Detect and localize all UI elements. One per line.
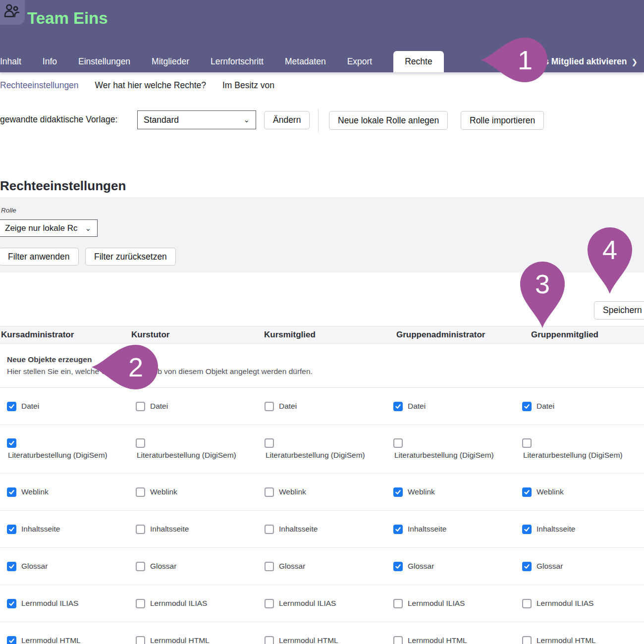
tab-info[interactable]: Info [43, 51, 57, 72]
checkbox-literaturbestellung-digisem-kursmitglied[interactable] [265, 438, 274, 448]
subtab-wer-hat-hier-welche-rechte[interactable]: Wer hat hier welche Rechte? [95, 80, 206, 91]
role-filter-select[interactable]: Zeige nur lokale Rc ⌄ [0, 219, 98, 237]
page-title: Team Eins [27, 9, 108, 28]
didactic-template-label: gewandte didaktische Vorlage: [0, 114, 117, 125]
checkbox-datei-kurstutor[interactable] [136, 402, 145, 411]
checkbox-weblink-kursadministrator[interactable] [7, 487, 16, 497]
callout-2: 2 [91, 343, 160, 391]
row-label: Datei [279, 402, 297, 411]
table-row-lernmodul-ilias: Lernmodul ILIASLernmodul ILIASLernmodul … [0, 585, 644, 622]
column-header-kursadministrator: Kursadministrator [1, 326, 74, 343]
callout-1: 1 [480, 36, 549, 84]
tab-inhalt[interactable]: Inhalt [0, 51, 21, 72]
checkbox-datei-kursadministrator[interactable] [7, 402, 16, 411]
checkbox-lernmodul-ilias-kursmitglied[interactable] [265, 599, 274, 608]
subtab-rechteeinstellungen[interactable]: Rechteeinstellungen [0, 80, 79, 91]
row-label: Literaturbestellung (DigiSem) [266, 451, 365, 460]
cell-datei-gruppenmitglied: Datei [515, 388, 644, 425]
checkbox-lernmodul-html-kurstutor[interactable] [136, 636, 145, 644]
role-filter-label: Rolle [1, 207, 16, 214]
checkbox-inhaltsseite-gruppenadministrator[interactable] [393, 525, 403, 534]
subtab-bar: RechteeinstellungenWer hat hier welche R… [0, 72, 274, 98]
row-label: Lernmodul HTML [21, 636, 81, 644]
row-label: Lernmodul ILIAS [21, 599, 78, 608]
didactic-template-select[interactable]: Standard ⌄ [137, 110, 256, 129]
cell-lernmodul-ilias-gruppenadministrator: Lernmodul ILIAS [386, 585, 515, 622]
cell-lernmodul-html-kursadministrator: Lernmodul HTML [0, 622, 129, 644]
checkbox-glossar-gruppenadministrator[interactable] [393, 562, 403, 571]
checkbox-glossar-kursadministrator[interactable] [7, 562, 16, 571]
subtab-im-besitz-von[interactable]: Im Besitz von [222, 80, 274, 91]
column-header-kurstutor: Kurstutor [131, 326, 169, 343]
row-label: Literaturbestellung (DigiSem) [523, 451, 623, 460]
tab-rechte[interactable]: Rechte [393, 51, 443, 72]
chevron-right-icon: ❯ [631, 57, 638, 66]
cell-inhaltsseite-gruppenmitglied: Inhaltsseite [515, 511, 644, 547]
cell-lernmodul-ilias-gruppenmitglied: Lernmodul ILIAS [515, 585, 644, 622]
tab-metadaten[interactable]: Metadaten [285, 51, 326, 72]
rights-settings-heading: Rechteeinstellungen [0, 178, 126, 194]
checkbox-lernmodul-html-gruppenadministrator[interactable] [393, 636, 403, 644]
checkbox-literaturbestellung-digisem-kursadministrator[interactable] [7, 438, 16, 448]
callout-number: 1 [510, 47, 540, 73]
checkbox-glossar-kursmitglied[interactable] [265, 562, 274, 571]
tab-mitglieder[interactable]: Mitglieder [152, 51, 189, 72]
checkbox-glossar-kurstutor[interactable] [136, 562, 145, 571]
checkbox-lernmodul-ilias-kurstutor[interactable] [136, 599, 145, 608]
didactic-template-bar: gewandte didaktische Vorlage: Standard ⌄… [0, 109, 644, 132]
cell-literaturbestellung-digisem-kurstutor: Literaturbestellung (DigiSem) [129, 425, 258, 473]
row-label: Lernmodul HTML [150, 636, 210, 644]
column-header-gruppenadministrator: Gruppenadministrator [396, 326, 485, 343]
checkbox-weblink-kurstutor[interactable] [136, 487, 145, 497]
cell-lernmodul-ilias-kursmitglied: Lernmodul ILIAS [258, 585, 386, 622]
chevron-down-icon: ⌄ [243, 115, 250, 124]
checkbox-lernmodul-html-gruppenmitglied[interactable] [522, 636, 532, 644]
checkbox-literaturbestellung-digisem-gruppenadministrator[interactable] [393, 438, 403, 448]
checkbox-inhaltsseite-gruppenmitglied[interactable] [522, 525, 532, 534]
overflow-tab-label: s Mitglied aktivieren [544, 56, 627, 67]
checkbox-literaturbestellung-digisem-gruppenmitglied[interactable] [522, 438, 532, 448]
checkbox-lernmodul-html-kursadministrator[interactable] [7, 636, 16, 644]
checkbox-lernmodul-ilias-gruppenadministrator[interactable] [393, 599, 403, 608]
tab-einstellungen[interactable]: Einstellungen [78, 51, 130, 72]
row-label: Inhaltsseite [279, 525, 318, 534]
checkbox-weblink-gruppenmitglied[interactable] [522, 487, 532, 497]
filter-reset-button[interactable]: Filter zurücksetzen [85, 248, 176, 266]
checkbox-literaturbestellung-digisem-kurstutor[interactable] [136, 438, 145, 448]
row-label: Datei [537, 402, 554, 411]
row-label: Lernmodul HTML [537, 636, 596, 644]
cell-glossar-gruppenadministrator: Glossar [386, 548, 515, 585]
checkbox-datei-gruppenmitglied[interactable] [522, 402, 532, 411]
tab-lernfortschritt[interactable]: Lernfortschritt [211, 51, 264, 72]
table-row-literaturbestellung-digisem: Literaturbestellung (DigiSem)Literaturbe… [0, 425, 644, 474]
checkbox-lernmodul-html-kursmitglied[interactable] [265, 636, 274, 644]
new-local-role-button[interactable]: Neue lokale Rolle anlegen [329, 111, 448, 130]
callout-number: 3 [519, 270, 566, 297]
checkbox-inhaltsseite-kursmitglied[interactable] [265, 525, 274, 534]
change-template-button[interactable]: Ändern [264, 111, 310, 129]
checkbox-inhaltsseite-kursadministrator[interactable] [7, 525, 16, 534]
table-row-lernmodul-html: Lernmodul HTMLLernmodul HTMLLernmodul HT… [0, 622, 644, 644]
import-role-button[interactable]: Rolle importieren [461, 111, 544, 130]
checkbox-inhaltsseite-kurstutor[interactable] [136, 525, 145, 534]
cell-glossar-kurstutor: Glossar [129, 548, 258, 585]
checkbox-glossar-gruppenmitglied[interactable] [522, 562, 532, 571]
row-label: Glossar [408, 562, 434, 571]
callout-3: 3 [519, 260, 566, 329]
tab-export[interactable]: Export [347, 51, 373, 72]
row-label: Weblink [279, 487, 306, 496]
cell-lernmodul-html-kursmitglied: Lernmodul HTML [258, 622, 386, 644]
checkbox-lernmodul-ilias-kursadministrator[interactable] [7, 599, 16, 608]
checkbox-lernmodul-ilias-gruppenmitglied[interactable] [522, 599, 532, 608]
cell-glossar-gruppenmitglied: Glossar [515, 548, 644, 585]
save-button[interactable]: Speichern [594, 301, 644, 320]
filter-apply-button[interactable]: Filter anwenden [0, 248, 79, 266]
checkbox-weblink-gruppenadministrator[interactable] [393, 487, 403, 497]
checkbox-datei-kursmitglied[interactable] [265, 402, 274, 411]
table-row-datei: DateiDateiDateiDateiDatei [0, 388, 644, 425]
checkbox-weblink-kursmitglied[interactable] [265, 487, 274, 497]
checkbox-datei-gruppenadministrator[interactable] [393, 402, 403, 411]
role-filter-select-value: Zeige nur lokale Rc [5, 223, 77, 233]
overflow-tab-mitglied-aktivieren[interactable]: s Mitglied aktivieren ❯ [544, 51, 638, 72]
row-label: Glossar [537, 562, 563, 571]
